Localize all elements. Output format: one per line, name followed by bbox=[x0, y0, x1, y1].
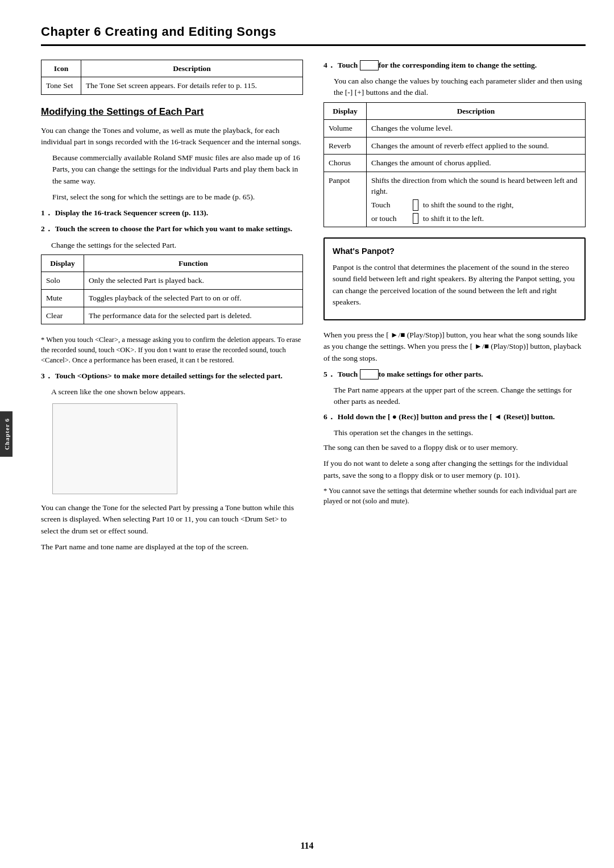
step-2-sub: Change the settings for the selected Par… bbox=[51, 240, 303, 251]
desc-display-cell: Panpot bbox=[324, 172, 367, 227]
page-number: 114 bbox=[300, 839, 313, 852]
function-table-function-header: Function bbox=[84, 254, 303, 272]
step-2-content: Touch the screen to choose the Part for … bbox=[55, 223, 303, 235]
desc-desc-cell: Shifts the direction from which the soun… bbox=[367, 172, 586, 227]
function-table-display-header: Display bbox=[42, 254, 84, 272]
table-row: Tone Set bbox=[42, 77, 81, 95]
step-4-touch-box bbox=[360, 60, 379, 70]
left-column: Icon Description Tone SetThe Tone Set sc… bbox=[41, 60, 303, 557]
step-5-bold-post: to make settings for other parts. bbox=[379, 370, 483, 378]
left-footnote: * When you touch <Clear>, a message aski… bbox=[41, 335, 303, 365]
desc-display-cell: Volume bbox=[324, 120, 367, 137]
table-row: Clear bbox=[42, 307, 84, 324]
panpot-heading: What's Panpot? bbox=[333, 245, 576, 257]
table-row: Mute bbox=[42, 290, 84, 307]
right-footnote: * You cannot save the settings that dete… bbox=[323, 486, 586, 506]
play-stop-text-0: When you press the [ ►/■ (Play/Stop)] bu… bbox=[323, 329, 586, 364]
desc-display-cell: Chorus bbox=[324, 155, 367, 172]
panpot-sub-row: or touch to shift it to the left. bbox=[371, 213, 580, 224]
step-1-content: Display the 16-track Sequencer screen (p… bbox=[55, 207, 303, 219]
body-paragraph-1: Because commercially available Roland SM… bbox=[52, 152, 303, 187]
table-row: ChorusChanges the amount of chorus appli… bbox=[324, 155, 586, 172]
page-container: Chapter 6 Chapter 6 Creating and Editing… bbox=[0, 0, 614, 868]
step-2: 2． Touch the screen to choose the Part f… bbox=[41, 223, 303, 235]
table-row: VolumeChanges the volume level. bbox=[324, 120, 586, 137]
step-6: 6． Hold down the [ ● (Rec)] button and p… bbox=[323, 411, 586, 423]
section-heading: Modifying the Settings of Each Part bbox=[41, 105, 303, 119]
screen-image bbox=[52, 403, 177, 494]
desc-desc-cell: Changes the amount of reverb effect appl… bbox=[367, 137, 586, 155]
after-step6-text-1: If you do not want to delete a song afte… bbox=[323, 458, 586, 481]
step-6-content: Hold down the [ ● (Rec)] button and pres… bbox=[338, 411, 586, 423]
table-row: Toggles playback of the selected Part to… bbox=[84, 290, 303, 307]
chapter-heading: Chapter 6 Creating and Editing Songs bbox=[41, 23, 586, 46]
chapter-tab: Chapter 6 bbox=[0, 411, 13, 457]
step-3-number: 3． bbox=[41, 370, 53, 382]
desc-desc-cell: Changes the volume level. bbox=[367, 120, 586, 137]
step-4-body: You can also change the values by touchi… bbox=[334, 76, 586, 99]
step-4: 4． Touch for the corresponding item to c… bbox=[323, 60, 586, 71]
step-4-touch: Touch bbox=[338, 61, 360, 69]
after-step6-text-0: The song can then be saved to a floppy d… bbox=[323, 442, 586, 453]
intro-table-desc-header: Description bbox=[81, 60, 303, 77]
panpot-body: Panpot is the control that determines th… bbox=[333, 262, 576, 308]
table-row: PanpotShifts the direction from which th… bbox=[324, 172, 586, 227]
right-column: 4． Touch for the corresponding item to c… bbox=[323, 60, 586, 511]
desc-table: Display Description VolumeChanges the vo… bbox=[323, 102, 586, 228]
step-2-number: 2． bbox=[41, 223, 53, 235]
after-image-text-0: You can change the Tone for the selected… bbox=[41, 502, 303, 537]
step-3: 3． Touch <Options> to make more detailed… bbox=[41, 370, 303, 382]
panpot-sub-row: Touch to shift the sound to the right, bbox=[371, 199, 580, 211]
body-paragraph-2: First, select the song for which the set… bbox=[52, 191, 303, 203]
step-3-bold: Touch <Options> to make more detailed se… bbox=[55, 372, 283, 380]
desc-table-display-header: Display bbox=[324, 102, 367, 120]
step-5-body: The Part name appears at the upper part … bbox=[334, 385, 586, 408]
table-row: The performance data for the selected pa… bbox=[84, 307, 303, 324]
step-6-number: 6． bbox=[323, 411, 335, 423]
step-6-sub: This operation set the changes in the se… bbox=[334, 427, 586, 439]
table-row: Only the selected Part is played back. bbox=[84, 272, 303, 290]
step-3-content: Touch <Options> to make more detailed se… bbox=[55, 370, 303, 382]
step-2-bold: Touch the screen to choose the Part for … bbox=[55, 224, 292, 233]
step-6-bold: Hold down the [ ● (Rec)] button and pres… bbox=[338, 412, 555, 421]
step-4-bold-post: for the corresponding item to change the… bbox=[379, 61, 537, 69]
table-row: Solo bbox=[42, 272, 84, 290]
desc-desc-cell: Changes the amount of chorus applied. bbox=[367, 155, 586, 172]
body-paragraph-0: You can change the Tones and volume, as … bbox=[41, 125, 303, 148]
intro-table: Icon Description Tone SetThe Tone Set sc… bbox=[41, 60, 303, 95]
panpot-box: What's Panpot? Panpot is the control tha… bbox=[323, 237, 586, 320]
desc-display-cell: Reverb bbox=[324, 137, 367, 155]
step-1: 1． Display the 16-track Sequencer screen… bbox=[41, 207, 303, 219]
step-5-content: Touch to make settings for other parts. bbox=[338, 369, 586, 380]
step-5-touch: Touch bbox=[338, 370, 360, 378]
step-5: 5． Touch to make settings for other part… bbox=[323, 369, 586, 380]
function-table: Display Function SoloOnly the selected P… bbox=[41, 254, 303, 324]
step-3-sub: A screen like the one shown below appear… bbox=[51, 386, 303, 398]
step-1-number: 1． bbox=[41, 207, 53, 219]
desc-table-desc-header: Description bbox=[367, 102, 586, 120]
step-1-bold: Display the 16-track Sequencer screen (p… bbox=[55, 208, 208, 217]
table-row: ReverbChanges the amount of reverb effec… bbox=[324, 137, 586, 155]
step-4-number: 4． bbox=[323, 60, 335, 71]
intro-table-icon-header: Icon bbox=[42, 60, 81, 77]
after-image-text-1: The Part name and tone name are displaye… bbox=[41, 541, 303, 553]
table-row: The Tone Set screen appears. For details… bbox=[81, 77, 303, 95]
step-5-touch-box bbox=[360, 369, 379, 379]
step-4-content: Touch for the corresponding item to chan… bbox=[338, 60, 586, 71]
step-5-number: 5． bbox=[323, 369, 335, 380]
